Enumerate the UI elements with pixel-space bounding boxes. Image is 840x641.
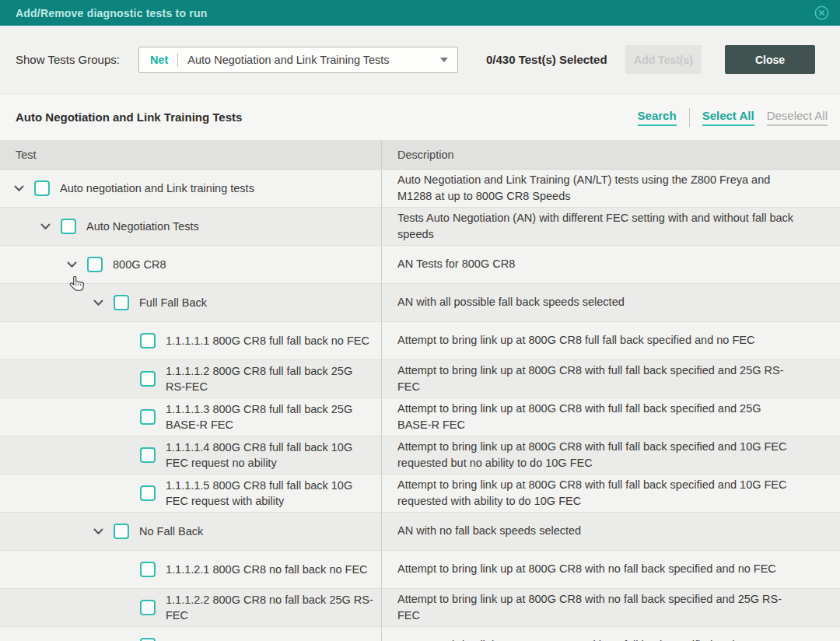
test-cell: 800G CR8 [0,246,381,283]
table-row[interactable]: 1.1.1.2.3 800G CR8 no fall back 25G Atte… [0,627,840,641]
description-cell: Attempt to bring link up at 800G CR8 wit… [381,436,840,474]
checkbox[interactable] [87,257,103,272]
test-cell: 1.1.1.1.1 800G CR8 full fall back no FEC [0,322,381,359]
test-label: 1.1.1.1.5 800G CR8 full fall back 10G FE… [166,478,381,510]
test-cell: Auto negotiation and Link training tests [0,170,381,207]
test-label: 1.1.1.1.1 800G CR8 full fall back no FEC [166,333,376,349]
checkbox[interactable] [140,485,156,501]
description-cell: Attempt to bring link up at 800G CR8 wit… [381,360,840,398]
description-cell: Attempt to bring link up at 800G CR8 wit… [381,627,840,641]
checkbox[interactable] [140,447,156,463]
table-row[interactable]: 1.1.1.2.2 800G CR8 no fall back 25G RS-F… [0,589,840,627]
table-row[interactable]: 1.1.1.2.1 800G CR8 no fall back no FEC A… [0,551,840,589]
description-cell: Attempt to bring link up at 800G CR8 wit… [381,398,840,436]
dialog-title-bar: Add/Remove diagnostic tests to run [0,0,840,26]
test-description: AN with all possible fall back speeds se… [397,294,625,310]
checkbox[interactable] [140,562,156,577]
description-cell: Attempt to bring link up at 800G CR8 wit… [381,551,840,588]
test-label: Full Fall Back [139,295,213,310]
test-column-header-cell: Test [0,140,381,169]
table-row[interactable]: 1.1.1.1.3 800G CR8 full fall back 25G BA… [0,398,840,436]
test-description: Attempt to bring link up at 800G CR8 wit… [397,561,776,577]
description-column-header: Description [397,149,454,161]
chevron-down-icon[interactable] [92,296,104,309]
test-description: Attempt to bring link up at 800G CR8 wit… [397,477,797,510]
description-cell: Attempt to bring link up at 800G CR8 wit… [381,475,840,512]
dropdown-prefix-badge: Net [150,54,168,66]
description-cell: Tests Auto Negotiation (AN) with differe… [381,208,840,245]
test-description: Auto Negotiation and Link Training (AN/L… [397,172,797,205]
chevron-down-icon [440,58,448,62]
test-label: 1.1.1.1.2 800G CR8 full fall back 25G RS… [166,363,381,395]
test-description: Attempt to bring link up at 800G CR8 wit… [397,439,797,471]
test-label: 1.1.1.1.4 800G CR8 full fall back 10G FE… [166,440,381,471]
dialog-toolbar: Show Tests Groups: Net Auto Negotiation … [0,26,840,94]
test-cell: No Fall Back [0,513,381,550]
test-description: Tests Auto Negotiation (AN) with differe… [397,210,797,243]
dropdown-selected-value: Auto Negotiation and Link Training Tests [187,54,389,66]
dropdown-divider [177,53,178,67]
table-row[interactable]: 1.1.1.1.5 800G CR8 full fall back 10G FE… [0,475,840,513]
test-label: Auto negotiation and Link training tests [60,180,261,196]
checkbox[interactable] [140,333,156,349]
test-cell: 1.1.1.1.5 800G CR8 full fall back 10G FE… [0,475,381,512]
select-all-link[interactable]: Select All [702,109,754,126]
section-bar: Auto Negotiation and Link Training Tests… [0,94,840,140]
search-link[interactable]: Search [638,109,677,126]
test-group-dropdown[interactable]: Net Auto Negotiation and Link Training T… [138,47,458,73]
test-label: 1.1.1.1.3 800G CR8 full fall back 25G BA… [166,401,381,433]
chevron-down-icon[interactable] [39,220,51,233]
show-tests-groups-label: Show Tests Groups: [16,53,120,66]
table-row[interactable]: Auto negotiation and Link training tests… [0,170,840,208]
description-cell: AN Tests for 800G CR8 [381,246,840,283]
checkbox[interactable] [114,524,129,539]
description-column-header-cell: Description [381,140,840,169]
test-description: Attempt to bring link up at 800G CR8 wit… [397,363,797,395]
table-row[interactable]: 1.1.1.1.1 800G CR8 full fall back no FEC… [0,322,840,360]
description-cell: Attempt to bring link up at 800G CR8 ful… [381,322,840,359]
test-column-header: Test [16,149,37,161]
checkbox[interactable] [140,638,156,641]
table-row[interactable]: 1.1.1.1.4 800G CR8 full fall back 10G FE… [0,436,840,475]
test-cell: 1.1.1.1.3 800G CR8 full fall back 25G BA… [0,398,381,436]
checkbox[interactable] [140,600,156,615]
close-button[interactable]: Close [725,45,815,74]
section-heading: Auto Negotiation and Link Training Tests [16,110,242,124]
test-label: No Fall Back [139,524,209,539]
dialog-close-icon[interactable] [814,5,829,20]
checkbox[interactable] [34,180,50,196]
test-cell: 1.1.1.2.3 800G CR8 no fall back 25G [0,627,381,641]
table-row[interactable]: Full Fall Back AN with all possible fall… [0,284,840,322]
description-cell: AN with all possible fall back speeds se… [381,284,840,321]
test-cell: 1.1.1.1.2 800G CR8 full fall back 25G RS… [0,360,381,398]
checkbox[interactable] [140,371,156,387]
test-description: Attempt to bring link up at 800G CR8 ful… [397,332,754,349]
description-cell: Auto Negotiation and Link Training (AN/L… [381,170,840,207]
table-row[interactable]: No Fall Back AN with no fall back speeds… [0,513,840,551]
chevron-down-icon[interactable] [65,258,78,271]
test-description: AN with no fall back speeds selected [397,523,581,539]
table-row[interactable]: 1.1.1.1.2 800G CR8 full fall back 25G RS… [0,360,840,398]
test-cell: Auto Negotiation Tests [0,208,381,245]
selected-count-text: 0/430 Test(s) Selected [486,53,607,66]
chevron-down-icon[interactable] [12,182,25,194]
test-label: 1.1.1.2.1 800G CR8 no fall back no FEC [166,562,374,577]
test-description: Attempt to bring link up at 800G CR8 wit… [397,637,735,641]
table-row[interactable]: 800G CR8 AN Tests for 800G CR8 [0,246,840,284]
checkbox[interactable] [114,295,129,310]
table-row[interactable]: Auto Negotiation Tests Tests Auto Negoti… [0,208,840,246]
add-tests-button[interactable]: Add Test(s) [625,45,702,74]
test-label: 800G CR8 [113,257,173,272]
description-cell: AN with no fall back speeds selected [381,513,840,550]
test-description: Attempt to bring link up at 800G CR8 wit… [397,401,797,433]
checkbox[interactable] [140,409,156,425]
description-cell: Attempt to bring link up at 800G CR8 wit… [381,589,840,626]
chevron-down-icon[interactable] [92,525,104,538]
add-remove-tests-dialog: Add/Remove diagnostic tests to run Show … [0,0,840,641]
checkbox[interactable] [61,219,76,234]
test-description: Attempt to bring link up at 800G CR8 wit… [397,591,797,624]
test-cell: 1.1.1.2.1 800G CR8 no fall back no FEC [0,551,381,588]
table-header: Test Description [0,140,840,170]
test-description: AN Tests for 800G CR8 [397,256,515,272]
deselect-all-link[interactable]: Deselect All [767,109,828,126]
